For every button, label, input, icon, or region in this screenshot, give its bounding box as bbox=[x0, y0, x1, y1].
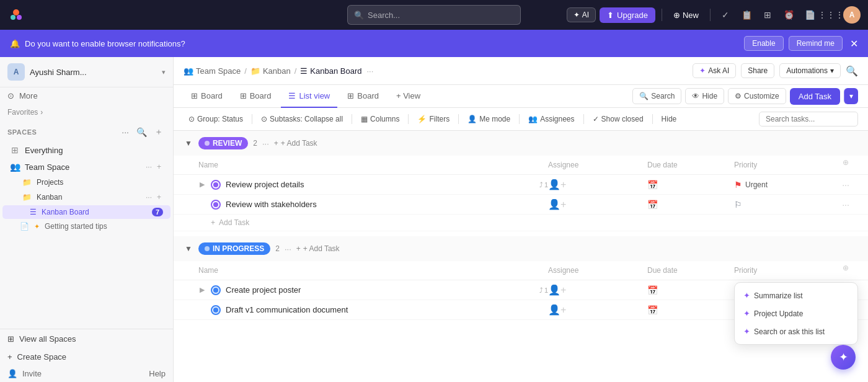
teamspace-more-button[interactable]: ··· bbox=[144, 162, 154, 172]
tab-add-view[interactable]: + View bbox=[389, 85, 428, 108]
task-expand-button[interactable]: ▶ bbox=[198, 179, 206, 190]
bell-icon: 🔔 bbox=[10, 39, 20, 48]
ask-ai-button[interactable]: ✦ Ask AI bbox=[693, 63, 736, 78]
view-all-spaces-item[interactable]: ⊞ View all Spaces bbox=[0, 329, 173, 349]
summarize-list-button[interactable]: ✦ Summarize list bbox=[743, 289, 849, 302]
due-date-cell-4[interactable]: 📅 bbox=[647, 305, 734, 315]
kanban-add-button[interactable]: + bbox=[155, 192, 163, 202]
add-task-button[interactable]: Add Task bbox=[790, 88, 840, 105]
close-notification-button[interactable]: ✕ bbox=[850, 38, 858, 50]
sidebar-item-getting-started[interactable]: 📄 ✦ Getting started tips bbox=[0, 220, 173, 233]
spaces-search-button[interactable]: 🔍 bbox=[134, 125, 149, 139]
columns-filter[interactable]: ▦ Columns bbox=[356, 112, 404, 126]
priority-cell[interactable]: ⚑ Urgent bbox=[734, 180, 833, 190]
inprogress-more-button[interactable]: ··· bbox=[285, 244, 291, 254]
automations-button[interactable]: Automations ▾ bbox=[779, 63, 841, 78]
me-mode-filter[interactable]: 👤 Me mode bbox=[463, 112, 515, 126]
due-date-cell-3[interactable]: 📅 bbox=[647, 285, 734, 295]
help-label[interactable]: Help bbox=[149, 369, 166, 378]
inprogress-add-task-button[interactable]: + + Add Task bbox=[296, 244, 340, 253]
document-icon[interactable]: 📄 bbox=[801, 6, 818, 24]
breadcrumb-teamspace[interactable]: 👥 Team Space bbox=[184, 66, 241, 76]
review-add-task-button[interactable]: + + Add Task bbox=[274, 139, 317, 148]
clipboard-icon[interactable]: 📋 bbox=[738, 6, 755, 24]
upgrade-button[interactable]: ⬆ Upgrade bbox=[600, 7, 655, 23]
spaces-more-button[interactable]: ··· bbox=[119, 125, 131, 139]
search-tasks-input[interactable] bbox=[759, 112, 858, 127]
create-space-item[interactable]: + Create Space bbox=[0, 349, 173, 365]
search-ask-list-button[interactable]: ✦ Search or ask this list bbox=[743, 325, 849, 338]
projects-icon: 📁 bbox=[22, 178, 32, 187]
task-more-button[interactable]: ··· bbox=[833, 180, 858, 190]
grid-icon[interactable]: ⋮⋮⋮ bbox=[822, 6, 839, 24]
search-tasks-button[interactable]: 🔍 Search bbox=[632, 88, 681, 104]
assignee-cell-4[interactable]: 👤+ bbox=[548, 304, 647, 316]
kanban-more-button[interactable]: ··· bbox=[144, 192, 154, 202]
remind-me-button[interactable]: Remind me bbox=[789, 36, 843, 51]
add-task-row-review[interactable]: + Add Task bbox=[174, 215, 868, 231]
teamspace-add-button[interactable]: + bbox=[155, 162, 163, 172]
assignee-cell-3[interactable]: 👤+ bbox=[548, 284, 647, 296]
task-expand-button-3[interactable]: ▶ bbox=[198, 285, 206, 295]
sidebar-item-teamspace[interactable]: 👥 Team Space ··· + bbox=[2, 159, 170, 175]
hide-button[interactable]: 👁 Hide bbox=[685, 88, 724, 104]
due-date-cell-2[interactable]: 📅 bbox=[647, 200, 734, 210]
group-status-filter[interactable]: ⊙ Group: Status bbox=[184, 112, 248, 126]
inprogress-collapse-button[interactable]: ▼ bbox=[184, 243, 193, 254]
ai-popup: ✦ Summarize list ✦ Project Update ✦ Sear… bbox=[734, 282, 858, 345]
app-logo[interactable] bbox=[7, 6, 25, 24]
task-area: ▼ REVIEW 2 ··· + + Add Task Name Assigne… bbox=[174, 131, 868, 382]
tab-board-2[interactable]: ⊞ Board bbox=[232, 85, 279, 108]
priority-cell-2[interactable]: ⚐ bbox=[734, 200, 833, 210]
assignee-cell[interactable]: 👤+ bbox=[548, 179, 647, 190]
assignees-filter[interactable]: 👥 Assignees bbox=[523, 112, 579, 126]
review-collapse-button[interactable]: ▼ bbox=[184, 138, 193, 149]
task-row[interactable]: ▶ Review with stakeholders 👤+ 📅 ⚐ ··· bbox=[174, 195, 868, 215]
sidebar-item-kanban-board[interactable]: ☰ Kanban Board 7 bbox=[2, 205, 170, 219]
tab-board-3[interactable]: ⊞ Board bbox=[340, 85, 386, 108]
review-columns-header: Name Assignee Due date Priority ⊕ bbox=[174, 156, 868, 175]
share-button[interactable]: Share bbox=[741, 63, 774, 78]
breadcrumb-kanban[interactable]: 📁 Kanban bbox=[250, 66, 291, 76]
favorites-header[interactable]: Favorites › bbox=[0, 104, 173, 120]
check-circle-icon[interactable]: ✓ bbox=[717, 6, 734, 24]
sidebar-item-everything[interactable]: ⊞ Everything bbox=[2, 142, 170, 158]
layout-icon[interactable]: ⊞ bbox=[759, 6, 776, 24]
alarm-icon[interactable]: ⏰ bbox=[780, 6, 797, 24]
due-date-cell[interactable]: 📅 bbox=[647, 180, 734, 190]
ai-button[interactable]: ✦ AI bbox=[567, 7, 596, 22]
assignee-cell-2[interactable]: 👤+ bbox=[548, 198, 647, 210]
global-search-bar[interactable]: 🔍 Search... bbox=[347, 5, 521, 25]
tab-board-1[interactable]: ⊞ Board bbox=[184, 85, 230, 108]
customize-button[interactable]: ⚙ Customize bbox=[728, 88, 786, 104]
subtasks-filter[interactable]: ⊙ Subtasks: Collapse all bbox=[256, 112, 348, 126]
hide-filter[interactable]: Hide bbox=[657, 112, 682, 126]
ai-fab-button[interactable]: ✦ bbox=[831, 345, 856, 370]
user-name: Ayushi Sharm... bbox=[30, 68, 157, 77]
enable-notifications-button[interactable]: Enable bbox=[744, 36, 783, 51]
add-column-inprogress-button[interactable]: ⊕ bbox=[833, 264, 858, 277]
new-button[interactable]: ⊕ New bbox=[668, 8, 704, 22]
breadcrumb-more-button[interactable]: ··· bbox=[366, 66, 373, 76]
sidebar-user-section[interactable]: A Ayushi Sharm... ▾ bbox=[0, 57, 173, 87]
review-more-button[interactable]: ··· bbox=[262, 139, 269, 148]
show-closed-filter[interactable]: ✓ Show closed bbox=[588, 112, 649, 126]
breadcrumb-board[interactable]: ☰ Kanban Board bbox=[300, 66, 361, 76]
tab-list-view[interactable]: ☰ List view bbox=[281, 85, 337, 108]
spaces-add-button[interactable]: ＋ bbox=[152, 125, 166, 139]
header-search-button[interactable]: 🔍 bbox=[846, 65, 858, 77]
project-update-button[interactable]: ✦ Project Update bbox=[743, 307, 849, 320]
sidebar-more-item[interactable]: ⊙ More bbox=[0, 87, 173, 104]
user-avatar-nav[interactable]: A bbox=[843, 6, 861, 24]
invite-label[interactable]: Invite bbox=[22, 369, 144, 378]
task-row[interactable]: ▶ Review project details ⤴ 1 👤+ 📅 ⚑ Urge… bbox=[174, 175, 868, 195]
task-name-cell-3: ▶ Create project poster ⤴ 1 bbox=[198, 285, 548, 295]
task-status-review-2 bbox=[211, 200, 221, 210]
sidebar-item-projects[interactable]: 📁 Projects bbox=[2, 175, 170, 189]
kanban-breadcrumb-icon: 📁 bbox=[250, 66, 260, 76]
task-more-button-2[interactable]: ··· bbox=[833, 200, 858, 210]
sidebar-item-kanban[interactable]: 📁 Kanban ··· + bbox=[2, 190, 170, 205]
add-column-review-button[interactable]: ⊕ bbox=[833, 158, 858, 172]
filters-button[interactable]: ⚡ Filters bbox=[412, 112, 454, 126]
add-task-dropdown-button[interactable]: ▾ bbox=[844, 88, 858, 104]
